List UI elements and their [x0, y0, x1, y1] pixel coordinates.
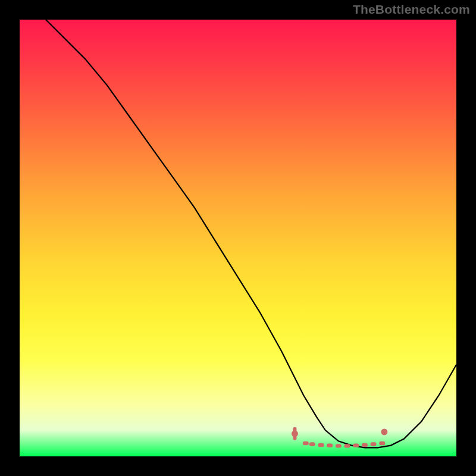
plot-area [20, 20, 456, 456]
marker-dash [327, 443, 333, 447]
marker-start-bar [293, 427, 296, 440]
marker-dash [371, 442, 377, 446]
watermark-text: TheBottleneck.com [353, 2, 470, 17]
marker-dash [336, 444, 342, 447]
chart-svg [20, 20, 456, 456]
bottleneck-curve-path [46, 20, 456, 447]
optimal-range-markers [292, 427, 387, 448]
marker-dash [362, 443, 368, 447]
marker-dash [303, 441, 309, 445]
marker-dash [379, 441, 385, 445]
marker-dash [353, 443, 359, 447]
marker-dash [309, 442, 315, 446]
marker-dash [318, 443, 324, 447]
marker-end-dot [381, 428, 387, 435]
marker-dash [345, 444, 350, 447]
chart-frame: TheBottleneck.com [0, 0, 476, 476]
